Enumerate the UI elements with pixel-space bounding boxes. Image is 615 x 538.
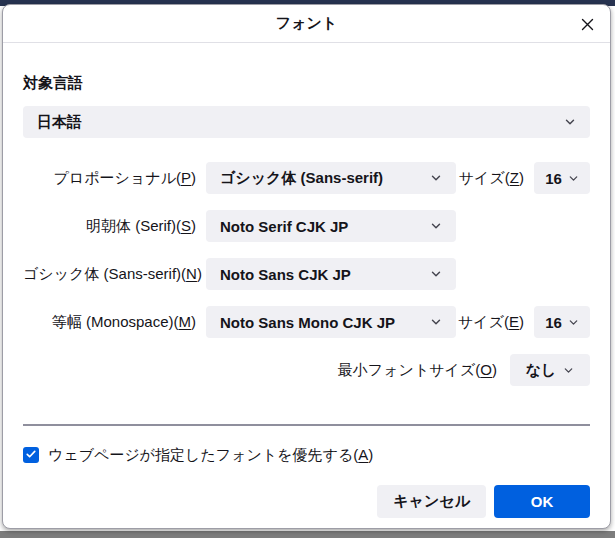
font-settings-grid: プロポーショナル(P) ゴシック体 (Sans-serif) サイズ(Z) 16… bbox=[23, 162, 590, 386]
fonts-dialog: フォント 対象言語 日本語 プロポーショナル(P) ゴシック体 (Sans-se… bbox=[2, 4, 611, 529]
min-font-size-select[interactable]: なし bbox=[510, 354, 590, 386]
chevron-down-icon bbox=[563, 365, 574, 376]
cancel-button[interactable]: キャンセル bbox=[377, 485, 486, 518]
chevron-down-icon bbox=[568, 173, 579, 184]
allow-pages-fonts-label: ウェブページが指定したフォントを優先する(A) bbox=[48, 446, 373, 465]
language-select[interactable]: 日本語 bbox=[23, 106, 590, 138]
close-icon bbox=[580, 17, 595, 32]
proportional-row: プロポーショナル(P) ゴシック体 (Sans-serif) サイズ(Z) 16 bbox=[23, 162, 590, 194]
proportional-font-value: ゴシック体 (Sans-serif) bbox=[220, 169, 383, 188]
serif-font-value: Noto Serif CJK JP bbox=[220, 218, 348, 235]
chevron-down-icon bbox=[430, 220, 442, 232]
min-font-size-value: なし bbox=[526, 361, 557, 380]
chevron-down-icon bbox=[568, 317, 579, 328]
min-font-size-row: 最小フォントサイズ(O) なし bbox=[23, 354, 590, 386]
proportional-size-select[interactable]: 16 bbox=[534, 162, 590, 194]
close-button[interactable] bbox=[574, 11, 600, 37]
section-divider bbox=[23, 424, 590, 426]
serif-label: 明朝体 (Serif)(S) bbox=[23, 210, 196, 242]
sans-serif-font-value: Noto Sans CJK JP bbox=[220, 266, 351, 283]
proportional-size-label: サイズ(Z) bbox=[456, 169, 524, 188]
sans-serif-font-select[interactable]: Noto Sans CJK JP bbox=[206, 258, 456, 290]
proportional-font-select[interactable]: ゴシック体 (Sans-serif) bbox=[206, 162, 456, 194]
dialog-buttons: キャンセル OK bbox=[23, 485, 590, 518]
proportional-label: プロポーショナル(P) bbox=[23, 162, 196, 194]
chevron-down-icon bbox=[430, 268, 442, 280]
monospace-font-select[interactable]: Noto Sans Mono CJK JP bbox=[206, 306, 456, 338]
monospace-font-value: Noto Sans Mono CJK JP bbox=[220, 314, 395, 331]
chevron-down-icon bbox=[430, 172, 442, 184]
monospace-size-value: 16 bbox=[545, 314, 562, 331]
ok-button[interactable]: OK bbox=[494, 485, 590, 518]
sans-serif-row: ゴシック体 (Sans-serif)(N) Noto Sans CJK JP bbox=[23, 258, 590, 290]
checkmark-icon bbox=[25, 446, 37, 464]
dialog-body: 対象言語 日本語 プロポーショナル(P) ゴシック体 (Sans-serif) … bbox=[3, 43, 610, 528]
serif-font-select[interactable]: Noto Serif CJK JP bbox=[206, 210, 456, 242]
chevron-down-icon bbox=[430, 316, 442, 328]
min-font-size-label: 最小フォントサイズ(O) bbox=[338, 361, 497, 380]
allow-pages-fonts-checkbox[interactable] bbox=[23, 447, 39, 463]
chevron-down-icon bbox=[564, 116, 576, 128]
monospace-size-select[interactable]: 16 bbox=[534, 306, 590, 338]
proportional-size-value: 16 bbox=[545, 170, 562, 187]
target-language-label: 対象言語 bbox=[23, 73, 590, 93]
monospace-label: 等幅 (Monospace)(M) bbox=[23, 306, 196, 338]
allow-pages-fonts-row: ウェブページが指定したフォントを優先する(A) bbox=[23, 445, 590, 465]
language-select-value: 日本語 bbox=[37, 113, 82, 132]
dialog-title: フォント bbox=[276, 14, 337, 33]
dialog-header: フォント bbox=[3, 5, 610, 43]
sans-serif-label: ゴシック体 (Sans-serif)(N) bbox=[23, 258, 196, 290]
serif-row: 明朝体 (Serif)(S) Noto Serif CJK JP bbox=[23, 210, 590, 242]
monospace-row: 等幅 (Monospace)(M) Noto Sans Mono CJK JP … bbox=[23, 306, 590, 338]
monospace-size-label: サイズ(E) bbox=[456, 313, 524, 332]
page-behind-bottom bbox=[0, 531, 615, 538]
